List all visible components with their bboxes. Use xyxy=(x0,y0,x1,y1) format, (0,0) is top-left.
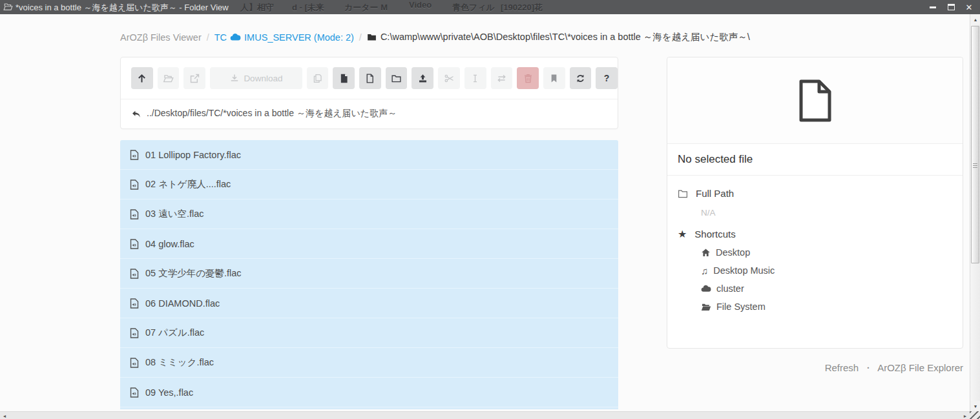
file-row[interactable]: 04 glow.flac xyxy=(120,229,618,259)
footer: Refresh ・ ArOZβ File Explorer xyxy=(825,362,963,374)
close-button[interactable]: ✕ xyxy=(963,2,975,12)
paste-icon xyxy=(339,73,349,84)
vertical-scrollbar[interactable]: ▲ ▼ xyxy=(970,14,980,411)
scroll-left-button[interactable]: ◄ xyxy=(0,412,9,419)
window-titlebar: *voices in a bottle ～海を越え届いた歌声～ - Folder… xyxy=(0,0,980,14)
folder-outline-icon xyxy=(678,189,688,198)
file-name-label: 06 DIAMOND.flac xyxy=(145,298,220,309)
audio-file-icon xyxy=(130,269,139,279)
breadcrumb-server-link[interactable]: TC IMUS_SERVER (Mode: 2) xyxy=(214,32,354,43)
file-row[interactable]: 03 遠い空.flac xyxy=(120,199,618,229)
file-row[interactable]: 08 ミミック.flac xyxy=(120,348,618,378)
minimize-button[interactable] xyxy=(927,2,939,12)
shortcut-label: cluster xyxy=(716,283,744,294)
audio-file-icon xyxy=(130,209,139,220)
open-new-tab-button[interactable] xyxy=(183,67,205,89)
shortcuts-label: Shortcuts xyxy=(694,229,735,240)
relative-path-label: ../Desktop/files/TC/*voices in a bottle … xyxy=(147,108,397,119)
background-window-title: 人】相守 xyxy=(240,2,274,14)
cloud-icon xyxy=(230,33,241,41)
breadcrumb-separator: / xyxy=(207,32,209,43)
selection-status: No selected file xyxy=(667,144,963,176)
folder-open-icon xyxy=(163,73,174,84)
window-resize-grip[interactable] xyxy=(970,411,980,419)
breadcrumb-separator: / xyxy=(359,32,362,43)
open-button[interactable] xyxy=(158,67,180,89)
cloud-icon xyxy=(701,285,711,292)
window-controls: ✕ xyxy=(927,0,975,14)
external-link-icon xyxy=(189,73,200,84)
file-properties-panel: No selected file Full Path N/A ★ Shortcu… xyxy=(667,57,963,349)
home-icon xyxy=(701,248,711,257)
upload-icon xyxy=(417,73,428,84)
window-title: *voices in a bottle ～海を越え届いた歌声～ - Folder… xyxy=(16,2,229,14)
current-path-label: C:\wamp\www\private\AOB\Desktop\files\TC… xyxy=(381,31,750,43)
full-path-value: N/A xyxy=(701,208,952,218)
audio-file-icon xyxy=(130,150,139,160)
copy-button[interactable] xyxy=(307,67,329,89)
move-button[interactable] xyxy=(491,67,513,89)
file-name-label: 01 Lollipop Factory.flac xyxy=(145,150,241,160)
download-icon xyxy=(229,73,240,83)
details-section: Full Path N/A ★ Shortcuts Desktop ♫ Desk… xyxy=(667,176,963,324)
trash-icon xyxy=(523,73,534,84)
file-row[interactable]: 06 DIAMOND.flac xyxy=(120,289,618,318)
file-row[interactable]: 07 パズル.flac xyxy=(120,318,618,348)
scroll-up-button[interactable]: ▲ xyxy=(970,14,980,25)
file-name-label: 05 文学少年の憂鬱.flac xyxy=(145,267,242,280)
scroll-down-button[interactable]: ▼ xyxy=(970,401,980,411)
audio-file-icon xyxy=(130,387,139,398)
footer-separator: ・ xyxy=(863,362,873,374)
refresh-link[interactable]: Refresh xyxy=(825,362,859,374)
shortcut-desktop-music[interactable]: ♫ Desktop Music xyxy=(701,265,952,276)
refresh-button[interactable] xyxy=(570,67,592,89)
copy-icon xyxy=(312,73,323,84)
server-name-label: IMUS_SERVER (Mode: 2) xyxy=(244,32,354,43)
file-name-label: 03 遠い空.flac xyxy=(145,208,204,220)
help-button[interactable]: ? xyxy=(596,67,618,89)
app-name-link[interactable]: ArOZβ File Explorer xyxy=(877,362,963,374)
star-icon: ★ xyxy=(678,229,687,240)
shortcut-cluster[interactable]: cluster xyxy=(701,283,952,294)
full-path-label: Full Path xyxy=(696,188,734,199)
toolbar-card: Download xyxy=(120,57,618,129)
toolbar: Download xyxy=(121,57,618,89)
full-path-row: Full Path xyxy=(678,188,952,199)
audio-file-icon xyxy=(130,239,139,249)
audio-file-icon xyxy=(130,298,139,309)
shortcut-file-system[interactable]: File System xyxy=(701,301,952,312)
cut-button[interactable] xyxy=(438,67,460,89)
file-row[interactable]: 09 Yes,.flac xyxy=(120,378,618,407)
scroll-right-button[interactable]: ► xyxy=(961,412,970,419)
delete-button[interactable] xyxy=(517,67,539,89)
scissors-icon xyxy=(444,73,455,84)
background-window-title: カーター M xyxy=(344,2,388,14)
rename-button[interactable] xyxy=(464,67,486,89)
download-button[interactable]: Download xyxy=(210,67,302,89)
file-row[interactable]: 01 Lollipop Factory.flac xyxy=(120,140,618,170)
scrollbar-grip xyxy=(973,163,977,169)
folder-icon xyxy=(367,33,377,41)
file-preview-icon xyxy=(797,79,833,122)
shortcut-desktop[interactable]: Desktop xyxy=(701,247,952,258)
bookmark-icon xyxy=(548,73,559,84)
audio-file-icon xyxy=(130,328,139,338)
current-directory-bar[interactable]: ../Desktop/files/TC/*voices in a bottle … xyxy=(121,99,618,128)
back-arrow-icon xyxy=(131,109,141,119)
new-folder-icon xyxy=(391,73,402,84)
horizontal-scrollbar[interactable]: ◄ ► xyxy=(0,411,970,419)
refresh-icon xyxy=(575,73,586,84)
maximize-button[interactable] xyxy=(945,2,957,12)
new-folder-button[interactable] xyxy=(386,67,408,89)
vertical-scrollbar-thumb[interactable] xyxy=(971,26,979,263)
file-name-label: 08 ミミック.flac xyxy=(145,356,214,369)
upload-button[interactable] xyxy=(412,67,433,89)
breadcrumb: ArOZβ Files Viewer / TC IMUS_SERVER (Mod… xyxy=(120,31,750,43)
file-row[interactable]: 05 文学少年の憂鬱.flac xyxy=(120,259,618,289)
paste-button[interactable] xyxy=(333,67,355,89)
go-up-button[interactable] xyxy=(131,67,153,89)
new-file-button[interactable] xyxy=(359,67,381,89)
bookmark-button[interactable] xyxy=(543,67,565,89)
file-row[interactable]: 02 ネトゲ廃人....flac xyxy=(120,170,618,199)
shortcut-label: Desktop Music xyxy=(713,265,775,276)
